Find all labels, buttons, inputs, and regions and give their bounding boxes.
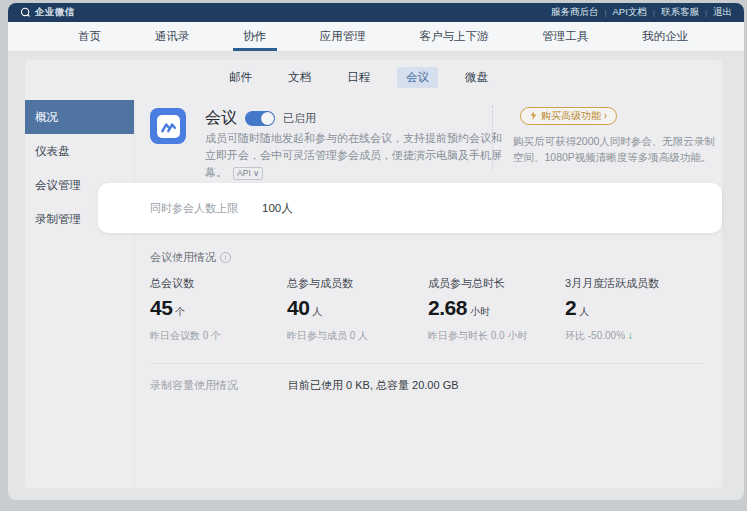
- stat-unit: 人: [312, 305, 322, 319]
- stat-label: 总会议数: [150, 276, 285, 291]
- nav-customers[interactable]: 客户与上下游: [416, 22, 493, 51]
- trend-down-arrow-icon: ↓: [628, 330, 633, 341]
- sidebar: 概况 仪表盘 会议管理 录制管理: [25, 100, 135, 486]
- info-icon[interactable]: i: [220, 252, 231, 263]
- enable-toggle[interactable]: [245, 111, 275, 126]
- usage-section-title: 会议使用情况 i: [150, 250, 231, 265]
- nav-home[interactable]: 首页: [74, 22, 105, 51]
- stat-value: 2.68: [428, 296, 467, 320]
- stat-value: 2: [565, 296, 576, 320]
- link-api-docs[interactable]: API文档: [613, 6, 647, 19]
- wecom-logo-icon: [20, 7, 31, 18]
- stat-total-duration: 成员参与总时长 2.68 小时 昨日参与时长 0.0 小时: [428, 276, 563, 343]
- nav-app-management[interactable]: 应用管理: [316, 22, 370, 51]
- stat-value: 40: [287, 296, 309, 320]
- stat-label: 总参与成员数: [287, 276, 422, 291]
- tab-meeting[interactable]: 会议: [397, 67, 438, 88]
- divider: |: [705, 8, 707, 17]
- nav-my-company[interactable]: 我的企业: [638, 22, 692, 51]
- usage-title-text: 会议使用情况: [150, 250, 216, 265]
- primary-nav: 首页 通讯录 协作 应用管理 客户与上下游 管理工具 我的企业: [8, 22, 744, 52]
- stat-subtext: 昨日参与时长 0.0 小时: [428, 329, 563, 343]
- topbar-links: 服务商后台 | API文档 | 联系客服 | 退出: [551, 6, 732, 19]
- premium-promo-panel: 购买高级功能 › 购买后可获得2000人同时参会、无限云录制空间、1080P视频…: [492, 106, 720, 170]
- link-provider-console[interactable]: 服务商后台: [551, 6, 599, 19]
- tab-docs[interactable]: 文档: [279, 67, 320, 88]
- link-contact-support[interactable]: 联系客服: [661, 6, 699, 19]
- screenshot-root: 企业微信 服务商后台 | API文档 | 联系客服 | 退出 首页 通讯录 协作…: [0, 0, 747, 511]
- meeting-app-icon: [150, 108, 186, 144]
- concurrent-limit-value: 100人: [262, 201, 293, 216]
- concurrent-limit-label: 同时参会人数上限: [150, 201, 238, 216]
- app-description: 成员可随时随地发起和参与的在线会议，支持提前预约会议和立即开会，会中可灵活管理参…: [205, 130, 503, 181]
- meeting-icon: [157, 115, 180, 138]
- link-logout[interactable]: 退出: [713, 6, 732, 19]
- premium-promo-text: 购买后可获得2000人同时参会、无限云录制空间、1080P视频清晰度等多项高级功…: [513, 133, 715, 165]
- stat-unit: 个: [175, 305, 185, 319]
- toggle-knob: [261, 112, 274, 125]
- stat-label: 3月月度活跃成员数: [565, 276, 700, 291]
- nav-collaboration[interactable]: 协作: [239, 22, 270, 51]
- app-window: 企业微信 服务商后台 | API文档 | 联系客服 | 退出 首页 通讯录 协作…: [8, 3, 744, 500]
- stat-unit: 小时: [470, 305, 490, 319]
- nav-contacts[interactable]: 通讯录: [151, 22, 194, 51]
- tab-drive[interactable]: 微盘: [456, 67, 497, 88]
- nav-admin-tools[interactable]: 管理工具: [538, 22, 592, 51]
- api-dropdown-tag[interactable]: API ∨: [233, 167, 263, 180]
- content-card: 邮件 文档 日程 会议 微盘 概况 仪表盘 会议管理 录制管理: [25, 60, 722, 488]
- recording-capacity-value: 目前已使用 0 KB, 总容量 20.00 GB: [288, 378, 459, 393]
- sidebar-item-overview[interactable]: 概况: [25, 100, 134, 134]
- brand: 企业微信: [20, 6, 75, 19]
- spark-icon: [530, 111, 537, 120]
- sidebar-item-dashboard[interactable]: 仪表盘: [25, 134, 134, 168]
- tab-mail[interactable]: 邮件: [220, 67, 261, 88]
- stat-value: 45: [150, 296, 172, 320]
- stat-monthly-active: 3月月度活跃成员数 2 人 环比 -50.00% ↓: [565, 276, 700, 343]
- buy-premium-button[interactable]: 购买高级功能 ›: [520, 107, 617, 125]
- stat-unit: 人: [579, 305, 589, 319]
- section-divider: [150, 363, 702, 364]
- divider: |: [653, 8, 655, 17]
- stat-subtext: 昨日参与成员 0 人: [287, 329, 422, 343]
- enabled-status-label: 已启用: [283, 111, 316, 126]
- buy-premium-label: 购买高级功能 ›: [541, 109, 607, 123]
- brand-name: 企业微信: [35, 6, 75, 19]
- tab-calendar[interactable]: 日程: [338, 67, 379, 88]
- stat-total-participants: 总参与成员数 40 人 昨日参与成员 0 人: [287, 276, 422, 343]
- stat-label: 成员参与总时长: [428, 276, 563, 291]
- app-title: 会议: [205, 108, 237, 129]
- stat-subtext-text: 环比 -50.00%: [565, 330, 625, 341]
- stat-subtext: 昨日会议数 0 个: [150, 329, 285, 343]
- stat-subtext: 环比 -50.00% ↓: [565, 329, 700, 343]
- top-bar: 企业微信 服务商后台 | API文档 | 联系客服 | 退出: [8, 3, 744, 22]
- divider: |: [604, 8, 606, 17]
- recording-capacity-label: 录制容量使用情况: [150, 378, 238, 393]
- concurrent-limit-row: 同时参会人数上限 100人: [98, 183, 722, 233]
- stat-total-meetings: 总会议数 45 个 昨日会议数 0 个: [150, 276, 285, 343]
- app-title-row: 会议 已启用: [205, 108, 316, 129]
- secondary-tabs: 邮件 文档 日程 会议 微盘: [25, 66, 692, 88]
